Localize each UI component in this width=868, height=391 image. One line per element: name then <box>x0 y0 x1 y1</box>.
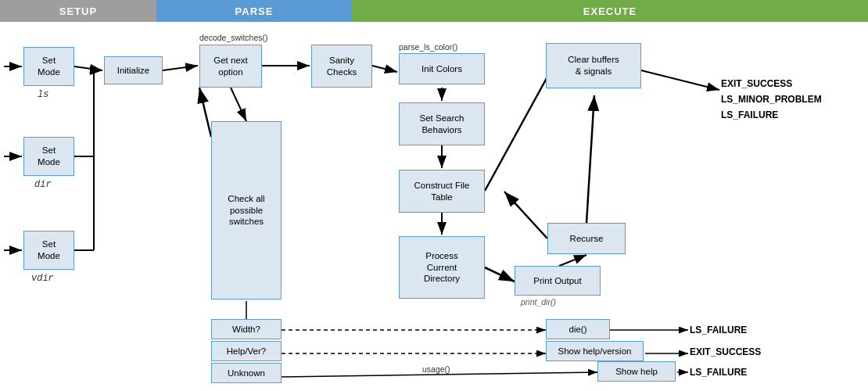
ls-failure-1: LS_FAILURE <box>721 109 778 120</box>
die-label: die() <box>569 324 586 335</box>
ls-failure-2: LS_FAILURE <box>690 325 747 335</box>
svg-line-13 <box>372 66 397 72</box>
recurse-box: Recurse <box>547 223 626 254</box>
set-search-box: Set SearchBehaviors <box>399 102 485 145</box>
sanity-checks-label: SanityChecks <box>327 55 357 78</box>
exit-success-2: EXIT_SUCCESS <box>690 346 761 357</box>
svg-line-18 <box>559 255 586 266</box>
print-dir-label: print_dir() <box>521 297 556 307</box>
ls-failure-3: LS_FAILURE <box>690 367 747 378</box>
set-mode-vdir-box: SetMode <box>23 231 74 270</box>
svg-line-17 <box>485 267 515 282</box>
unknown-box: Unknown <box>211 363 282 383</box>
construct-file-label: Construct FileTable <box>414 180 470 203</box>
clear-buffers-label: Clear buffers& signals <box>568 54 619 77</box>
set-mode-ls-label: SetMode <box>38 55 60 78</box>
setup-label: SETUP <box>59 5 97 17</box>
phase-setup-header: SETUP <box>0 0 156 22</box>
decode-switches-label: decode_switches() <box>199 33 268 42</box>
die-box: die() <box>546 319 610 339</box>
width-q-box: Width? <box>211 319 282 339</box>
check-switches-label: Check allpossibleswitches <box>228 193 264 228</box>
print-output-label: Print Output <box>533 275 581 287</box>
usage-label: usage() <box>422 364 450 374</box>
parse-label: PARSE <box>235 5 274 17</box>
process-dir-label: ProcessCurrentDirectory <box>424 250 460 285</box>
parse-ls-color-label: parse_ls_color() <box>399 42 457 52</box>
set-search-label: Set SearchBehaviors <box>420 113 464 136</box>
svg-line-5 <box>74 66 102 70</box>
help-ver-q-box: Help/Ver? <box>211 341 282 361</box>
set-mode-dir-box: SetMode <box>23 137 74 176</box>
clear-buffers-box: Clear buffers& signals <box>546 43 641 88</box>
svg-line-23 <box>199 88 211 137</box>
init-colors-box: Init Colors <box>399 53 485 84</box>
print-output-box: Print Output <box>515 266 601 296</box>
execute-label: EXECUTE <box>583 5 637 17</box>
show-help-ver-label: Show help/version <box>558 346 632 357</box>
svg-line-22 <box>231 88 246 121</box>
help-ver-q-label: Help/Ver? <box>227 346 267 357</box>
get-next-option-box: Get nextoption <box>199 45 262 88</box>
vdir-label: vdir <box>31 273 54 284</box>
show-help-box: Show help <box>597 361 676 382</box>
sanity-checks-box: SanityChecks <box>311 45 372 88</box>
width-q-label: Width? <box>232 324 260 335</box>
show-help-label: Show help <box>615 366 658 378</box>
initialize-label: Initialize <box>117 65 150 77</box>
unknown-label: Unknown <box>228 368 265 379</box>
initialize-box: Initialize <box>104 56 163 84</box>
svg-line-31 <box>485 78 547 191</box>
ls-minor-problem: LS_MINOR_PROBLEM <box>721 94 822 105</box>
svg-line-19 <box>504 192 547 239</box>
recurse-label: Recurse <box>570 233 604 245</box>
svg-line-11 <box>163 66 198 70</box>
ls-label: ls <box>38 89 48 100</box>
check-switches-box: Check allpossibleswitches <box>211 121 282 300</box>
set-mode-ls-box: SetMode <box>23 47 74 86</box>
show-help-ver-box: Show help/version <box>546 341 644 361</box>
init-colors-label: Init Colors <box>421 63 462 75</box>
construct-file-box: Construct FileTable <box>399 170 485 213</box>
svg-line-21 <box>641 70 719 90</box>
get-next-option-label: Get nextoption <box>213 55 247 78</box>
process-dir-box: ProcessCurrentDirectory <box>399 236 485 299</box>
phase-execute-header: EXECUTE <box>352 0 868 22</box>
exit-success-1: EXIT_SUCCESS <box>721 78 792 89</box>
diagram: SETUP PARSE EXECUTE <box>0 0 868 391</box>
svg-line-20 <box>586 95 594 223</box>
set-mode-vdir-label: SetMode <box>38 239 60 262</box>
set-mode-dir-label: SetMode <box>38 145 60 168</box>
dir-label: dir <box>34 179 52 190</box>
phase-parse-header: PARSE <box>156 0 352 22</box>
